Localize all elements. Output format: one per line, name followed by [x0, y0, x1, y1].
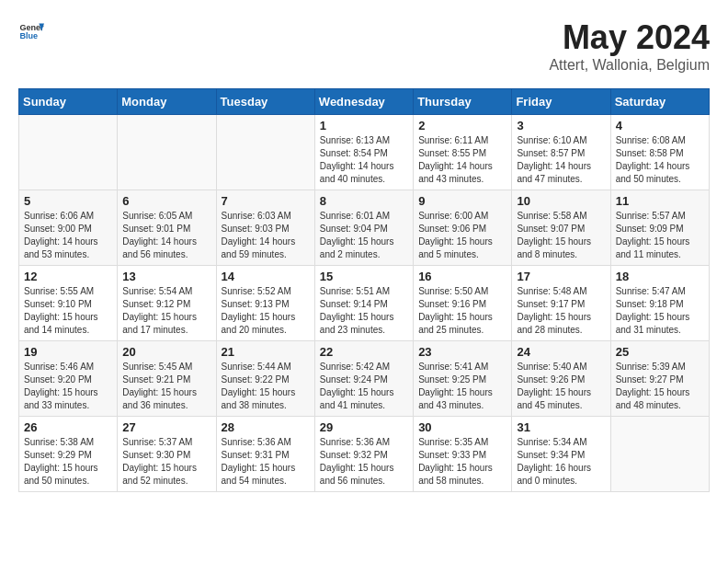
calendar-cell: 23Sunrise: 5:41 AM Sunset: 9:25 PM Dayli…	[414, 341, 512, 417]
day-number: 5	[24, 194, 112, 208]
calendar-cell: 2Sunrise: 6:11 AM Sunset: 8:55 PM Daylig…	[414, 115, 512, 190]
day-number: 18	[616, 270, 704, 283]
day-number: 16	[418, 270, 506, 283]
day-number: 20	[122, 345, 210, 359]
day-number: 4	[616, 119, 704, 132]
day-number: 23	[418, 345, 506, 359]
calendar-cell: 31Sunrise: 5:34 AM Sunset: 9:34 PM Dayli…	[512, 417, 610, 492]
calendar-cell: 9Sunrise: 6:00 AM Sunset: 9:06 PM Daylig…	[414, 190, 512, 266]
calendar-cell: 6Sunrise: 6:05 AM Sunset: 9:01 PM Daylig…	[118, 190, 216, 266]
day-info: Sunrise: 5:52 AM Sunset: 9:13 PM Dayligh…	[222, 285, 310, 337]
weekday-header-monday: Monday	[118, 89, 216, 115]
day-info: Sunrise: 5:41 AM Sunset: 9:25 PM Dayligh…	[418, 361, 506, 412]
calendar-cell	[118, 115, 216, 190]
calendar-cell: 3Sunrise: 6:10 AM Sunset: 8:57 PM Daylig…	[512, 115, 610, 190]
day-number: 24	[517, 345, 605, 359]
calendar-cell: 8Sunrise: 6:01 AM Sunset: 9:04 PM Daylig…	[314, 190, 413, 266]
day-info: Sunrise: 6:01 AM Sunset: 9:04 PM Dayligh…	[320, 210, 408, 261]
page-title: May 2024	[549, 18, 710, 57]
day-info: Sunrise: 6:03 AM Sunset: 9:03 PM Dayligh…	[222, 210, 310, 261]
calendar-cell: 17Sunrise: 5:48 AM Sunset: 9:17 PM Dayli…	[512, 266, 610, 341]
calendar-cell: 20Sunrise: 5:45 AM Sunset: 9:21 PM Dayli…	[118, 341, 216, 417]
day-info: Sunrise: 6:08 AM Sunset: 8:58 PM Dayligh…	[616, 134, 704, 186]
calendar-cell: 27Sunrise: 5:37 AM Sunset: 9:30 PM Dayli…	[118, 417, 216, 492]
day-number: 29	[320, 420, 408, 434]
day-info: Sunrise: 5:54 AM Sunset: 9:12 PM Dayligh…	[122, 285, 210, 337]
logo-icon: General Blue	[18, 18, 44, 44]
day-number: 11	[616, 194, 704, 208]
day-info: Sunrise: 5:44 AM Sunset: 9:22 PM Dayligh…	[222, 361, 310, 412]
day-number: 25	[616, 345, 704, 359]
day-info: Sunrise: 5:58 AM Sunset: 9:07 PM Dayligh…	[517, 210, 605, 261]
calendar-cell: 10Sunrise: 5:58 AM Sunset: 9:07 PM Dayli…	[512, 190, 610, 266]
calendar-cell: 7Sunrise: 6:03 AM Sunset: 9:03 PM Daylig…	[216, 190, 314, 266]
calendar-cell: 29Sunrise: 5:36 AM Sunset: 9:32 PM Dayli…	[314, 417, 413, 492]
day-info: Sunrise: 5:39 AM Sunset: 9:27 PM Dayligh…	[616, 361, 704, 412]
day-number: 3	[517, 119, 605, 132]
day-number: 28	[222, 420, 310, 434]
day-number: 15	[320, 270, 408, 283]
day-info: Sunrise: 5:45 AM Sunset: 9:21 PM Dayligh…	[122, 361, 210, 412]
calendar-week-row: 12Sunrise: 5:55 AM Sunset: 9:10 PM Dayli…	[19, 266, 710, 341]
day-number: 1	[320, 119, 408, 132]
day-info: Sunrise: 5:55 AM Sunset: 9:10 PM Dayligh…	[24, 285, 112, 337]
day-info: Sunrise: 6:11 AM Sunset: 8:55 PM Dayligh…	[418, 134, 506, 186]
day-number: 22	[320, 345, 408, 359]
day-number: 21	[222, 345, 310, 359]
calendar-cell: 4Sunrise: 6:08 AM Sunset: 8:58 PM Daylig…	[610, 115, 709, 190]
day-number: 26	[24, 420, 112, 434]
svg-text:Blue: Blue	[19, 31, 38, 40]
day-number: 17	[517, 270, 605, 283]
weekday-header-friday: Friday	[512, 89, 610, 115]
weekday-header-wednesday: Wednesday	[314, 89, 413, 115]
day-info: Sunrise: 6:00 AM Sunset: 9:06 PM Dayligh…	[418, 210, 506, 261]
calendar-cell: 25Sunrise: 5:39 AM Sunset: 9:27 PM Dayli…	[610, 341, 709, 417]
calendar-cell: 21Sunrise: 5:44 AM Sunset: 9:22 PM Dayli…	[216, 341, 314, 417]
calendar-week-row: 26Sunrise: 5:38 AM Sunset: 9:29 PM Dayli…	[19, 417, 710, 492]
calendar-cell: 16Sunrise: 5:50 AM Sunset: 9:16 PM Dayli…	[414, 266, 512, 341]
calendar-cell: 18Sunrise: 5:47 AM Sunset: 9:18 PM Dayli…	[610, 266, 709, 341]
calendar-week-row: 1Sunrise: 6:13 AM Sunset: 8:54 PM Daylig…	[19, 115, 710, 190]
weekday-header-saturday: Saturday	[610, 89, 709, 115]
logo: General Blue	[18, 18, 44, 44]
calendar-cell: 28Sunrise: 5:36 AM Sunset: 9:31 PM Dayli…	[216, 417, 314, 492]
calendar-week-row: 5Sunrise: 6:06 AM Sunset: 9:00 PM Daylig…	[19, 190, 710, 266]
calendar-table: SundayMondayTuesdayWednesdayThursdayFrid…	[18, 88, 710, 492]
day-info: Sunrise: 5:47 AM Sunset: 9:18 PM Dayligh…	[616, 285, 704, 337]
calendar-cell: 24Sunrise: 5:40 AM Sunset: 9:26 PM Dayli…	[512, 341, 610, 417]
calendar-cell: 30Sunrise: 5:35 AM Sunset: 9:33 PM Dayli…	[414, 417, 512, 492]
day-info: Sunrise: 5:51 AM Sunset: 9:14 PM Dayligh…	[320, 285, 408, 337]
day-info: Sunrise: 5:48 AM Sunset: 9:17 PM Dayligh…	[517, 285, 605, 337]
weekday-header-sunday: Sunday	[19, 89, 118, 115]
day-number: 9	[418, 194, 506, 208]
calendar-week-row: 19Sunrise: 5:46 AM Sunset: 9:20 PM Dayli…	[19, 341, 710, 417]
day-info: Sunrise: 5:46 AM Sunset: 9:20 PM Dayligh…	[24, 361, 112, 412]
page-header: General Blue May 2024 Attert, Wallonia, …	[18, 18, 710, 74]
weekday-header-tuesday: Tuesday	[216, 89, 314, 115]
calendar-cell: 12Sunrise: 5:55 AM Sunset: 9:10 PM Dayli…	[19, 266, 118, 341]
calendar-cell	[19, 115, 118, 190]
day-number: 7	[222, 194, 310, 208]
calendar-cell: 11Sunrise: 5:57 AM Sunset: 9:09 PM Dayli…	[610, 190, 709, 266]
title-section: May 2024 Attert, Wallonia, Belgium	[549, 18, 710, 74]
day-number: 14	[222, 270, 310, 283]
day-info: Sunrise: 5:36 AM Sunset: 9:32 PM Dayligh…	[320, 436, 408, 488]
calendar-cell: 5Sunrise: 6:06 AM Sunset: 9:00 PM Daylig…	[19, 190, 118, 266]
weekday-header-row: SundayMondayTuesdayWednesdayThursdayFrid…	[19, 89, 710, 115]
day-info: Sunrise: 5:36 AM Sunset: 9:31 PM Dayligh…	[222, 436, 310, 488]
calendar-cell: 22Sunrise: 5:42 AM Sunset: 9:24 PM Dayli…	[314, 341, 413, 417]
day-number: 12	[24, 270, 112, 283]
day-number: 6	[122, 194, 210, 208]
day-info: Sunrise: 6:05 AM Sunset: 9:01 PM Dayligh…	[122, 210, 210, 261]
day-info: Sunrise: 6:10 AM Sunset: 8:57 PM Dayligh…	[517, 134, 605, 186]
calendar-cell: 13Sunrise: 5:54 AM Sunset: 9:12 PM Dayli…	[118, 266, 216, 341]
day-number: 30	[418, 420, 506, 434]
day-number: 31	[517, 420, 605, 434]
day-number: 27	[122, 420, 210, 434]
calendar-cell: 1Sunrise: 6:13 AM Sunset: 8:54 PM Daylig…	[314, 115, 413, 190]
day-number: 19	[24, 345, 112, 359]
day-info: Sunrise: 5:42 AM Sunset: 9:24 PM Dayligh…	[320, 361, 408, 412]
calendar-cell	[216, 115, 314, 190]
calendar-cell: 19Sunrise: 5:46 AM Sunset: 9:20 PM Dayli…	[19, 341, 118, 417]
day-info: Sunrise: 5:57 AM Sunset: 9:09 PM Dayligh…	[616, 210, 704, 261]
